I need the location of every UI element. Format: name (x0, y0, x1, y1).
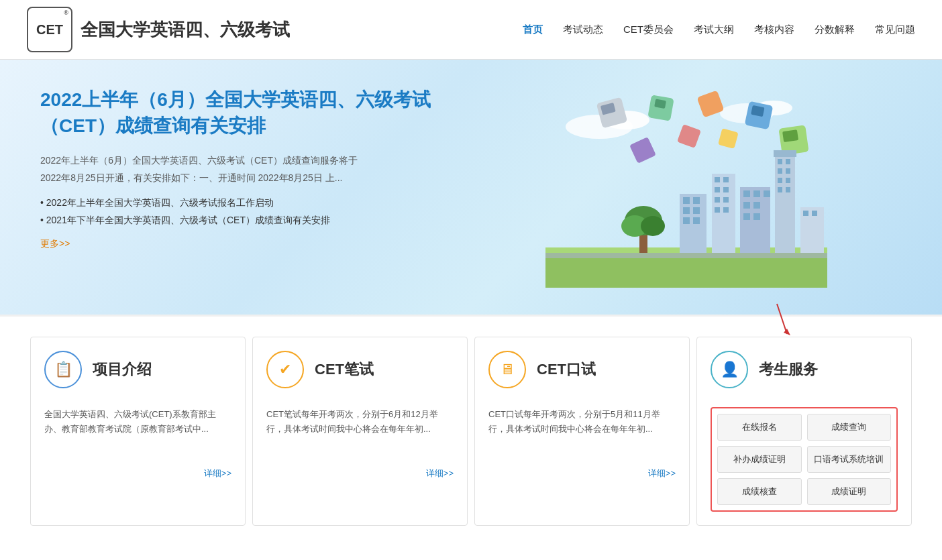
svg-rect-38 (723, 207, 729, 213)
card-intro-header: 📋 项目介绍 (44, 351, 231, 396)
svg-rect-30 (712, 174, 735, 254)
svg-rect-26 (683, 207, 690, 214)
banner-links: 2022年上半年全国大学英语四、六级考试报名工作启动 2021年下半年全国大学英… (40, 197, 471, 227)
card-oral-icon: 🖥 (488, 351, 526, 388)
nav-scores[interactable]: 分数解释 (815, 23, 855, 36)
cards-section: 📋 项目介绍 全国大学英语四、六级考试(CET)系教育部主办、教育部教育考试院（… (0, 315, 942, 546)
svg-rect-46 (753, 213, 760, 220)
svg-rect-33 (715, 187, 720, 192)
svg-rect-41 (753, 190, 760, 197)
nav-committee[interactable]: CET委员会 (623, 23, 674, 36)
svg-rect-48 (774, 150, 796, 157)
svg-rect-25 (693, 197, 700, 204)
svg-marker-62 (784, 329, 790, 335)
banner-illustration (545, 87, 827, 288)
svg-rect-52 (786, 168, 790, 174)
svg-rect-51 (778, 168, 782, 174)
banner-description: 2022年上半年（6月）全国大学英语四、六级考试（CET）成绩查询服务将于202… (40, 152, 362, 186)
card-intro-title: 项目介绍 (93, 359, 152, 380)
nav-home[interactable]: 首页 (523, 23, 543, 36)
nav-faq[interactable]: 常见问题 (875, 23, 915, 36)
header: CET ® 全国大学英语四、六级考试 首页 考试动态 CET委员会 考试大纲 考… (0, 0, 942, 60)
card-oral: 🖥 CET口试 CET口试每年开考两次，分别于5月和11月举行，具体考试时间我中… (474, 337, 690, 526)
banner-link-item[interactable]: 2022年上半年全国大学英语四、六级考试报名工作启动 (40, 197, 471, 209)
logo-text: CET (36, 22, 63, 38)
banner-content: 2022上半年（6月）全国大学英语四、六级考试（CET）成绩查询有关安排 202… (40, 87, 471, 288)
card-intro-icon: 📋 (44, 351, 82, 388)
svg-rect-40 (743, 190, 750, 197)
registered-mark: ® (64, 9, 68, 16)
logo-badge: CET ® (27, 7, 72, 52)
svg-rect-36 (723, 197, 729, 203)
svg-rect-35 (715, 197, 720, 203)
card-oral-header: 🖥 CET口试 (488, 351, 676, 396)
svg-rect-29 (693, 217, 700, 224)
svg-rect-34 (723, 187, 729, 192)
svg-rect-43 (743, 202, 750, 209)
card-written-title: CET笔试 (315, 359, 374, 380)
svg-rect-42 (764, 190, 770, 197)
service-btn-register[interactable]: 在线报名 (717, 414, 802, 441)
card-intro-body: 全国大学英语四、六级考试(CET)系教育部主办、教育部教育考试院（原教育部考试中… (44, 407, 231, 461)
service-btn-score-query[interactable]: 成绩查询 (807, 414, 892, 441)
service-grid: 在线报名 成绩查询 补办成绩证明 口语考试系统培训 成绩核查 成绩证明 (711, 407, 898, 512)
banner-title: 2022上半年（6月）全国大学英语四、六级考试（CET）成绩查询有关安排 (40, 87, 471, 139)
svg-rect-50 (786, 159, 790, 164)
main-nav: 首页 考试动态 CET委员会 考试大纲 考核内容 分数解释 常见问题 (523, 23, 915, 36)
card-oral-title: CET口试 (537, 359, 596, 380)
card-written-header: ✔ CET笔试 (266, 351, 454, 396)
svg-rect-59 (812, 211, 817, 216)
site-title: 全国大学英语四、六级考试 (81, 18, 290, 42)
card-service-icon: 👤 (711, 351, 748, 388)
card-written-body: CET笔试每年开考两次，分别于6月和12月举行，具体考试时间我中心将会在每年年初… (266, 407, 454, 461)
svg-rect-55 (778, 187, 782, 192)
card-service: 👤 考生服务 在线报名 成绩查询 补办成绩证明 口语考试系统培训 成绩核查 成绩… (696, 337, 912, 526)
card-written-link[interactable]: 详细>> (266, 467, 454, 480)
banner-image (471, 87, 902, 288)
svg-rect-45 (743, 213, 750, 220)
svg-rect-28 (683, 217, 690, 224)
banner-more-link[interactable]: 更多>> (40, 238, 70, 249)
service-btn-oral-training[interactable]: 口语考试系统培训 (807, 446, 892, 473)
svg-rect-56 (786, 187, 790, 192)
nav-syllabus[interactable]: 考试大纲 (694, 23, 734, 36)
card-intro: 📋 项目介绍 全国大学英语四、六级考试(CET)系教育部主办、教育部教育考试院（… (30, 337, 246, 526)
svg-rect-60 (545, 253, 827, 258)
svg-rect-37 (715, 207, 720, 213)
card-service-title: 考生服务 (759, 359, 818, 380)
card-oral-link[interactable]: 详细>> (488, 467, 676, 480)
card-oral-body: CET口试每年开考两次，分别于5月和11月举行，具体考试时间我中心将会在每年年初… (488, 407, 676, 461)
svg-rect-27 (693, 207, 700, 214)
svg-rect-49 (778, 159, 782, 164)
service-btn-reissue[interactable]: 补办成绩证明 (717, 446, 802, 473)
svg-rect-58 (803, 211, 808, 216)
svg-rect-18 (545, 254, 827, 288)
svg-point-22 (641, 216, 665, 236)
logo-area: CET ® 全国大学英语四、六级考试 (27, 7, 290, 52)
banner-section: 2022上半年（6月）全国大学英语四、六级考试（CET）成绩查询有关安排 202… (0, 60, 942, 315)
card-written: ✔ CET笔试 CET笔试每年开考两次，分别于6月和12月举行，具体考试时间我中… (252, 337, 468, 526)
svg-rect-44 (753, 202, 760, 209)
card-written-icon: ✔ (266, 351, 304, 388)
nav-content[interactable]: 考核内容 (754, 23, 794, 36)
service-btn-score-cert[interactable]: 成绩证明 (807, 478, 892, 505)
svg-rect-13 (782, 129, 798, 142)
svg-rect-54 (786, 178, 790, 183)
svg-rect-24 (683, 197, 690, 204)
nav-exam-news[interactable]: 考试动态 (563, 23, 603, 36)
card-service-header: 👤 考生服务 (711, 351, 898, 396)
banner-link-item[interactable]: 2021年下半年全国大学英语四、六级考试（CET）成绩查询有关安排 (40, 215, 471, 227)
svg-rect-32 (723, 177, 729, 182)
service-btn-score-check[interactable]: 成绩核查 (717, 478, 802, 505)
svg-rect-53 (778, 178, 782, 183)
card-intro-link[interactable]: 详细>> (44, 467, 231, 480)
svg-rect-31 (715, 177, 720, 182)
